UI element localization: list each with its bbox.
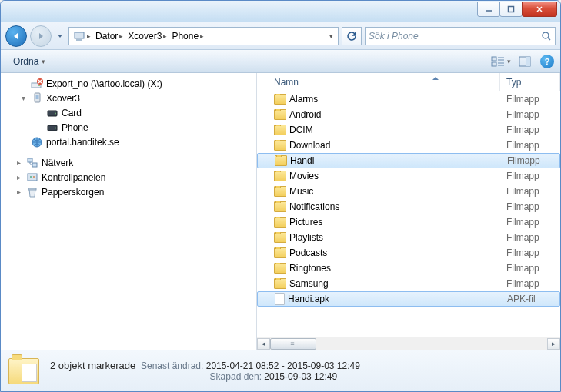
selection-title: 2 objekt markerade: [50, 360, 135, 371]
file-name: Notifications: [289, 201, 339, 212]
file-list-pane: Namn Typ AlarmsFilmappAndroidFilmappDCIM…: [257, 73, 560, 350]
file-row[interactable]: HandiFilmapp: [257, 153, 560, 168]
tree-item[interactable]: portal.handitek.se: [1, 135, 256, 149]
search-input[interactable]: Sök i Phone: [365, 27, 556, 45]
folder-icon: [274, 109, 286, 120]
breadcrumb-computer[interactable]: Dator▸: [93, 28, 125, 45]
history-dropdown[interactable]: [55, 29, 65, 43]
tree-item[interactable]: ▸Kontrollpanelen: [1, 170, 256, 184]
file-name: Alarms: [289, 94, 318, 105]
refresh-button[interactable]: [342, 27, 362, 45]
tree-expander-icon[interactable]: [19, 138, 28, 146]
svg-rect-4: [492, 57, 496, 61]
svg-rect-18: [28, 158, 32, 162]
view-mode-button[interactable]: ▾: [490, 53, 512, 70]
created-value: 2015-09-03 12:49: [264, 371, 337, 382]
file-row[interactable]: NotificationsFilmapp: [257, 199, 560, 214]
file-row[interactable]: AndroidFilmapp: [257, 107, 560, 122]
tree-item[interactable]: Card: [1, 105, 256, 120]
cell-type: Filmapp: [500, 125, 560, 135]
file-row[interactable]: MusicFilmapp: [257, 184, 560, 199]
tree-icon: [46, 121, 58, 134]
file-row[interactable]: DCIMFilmapp: [257, 122, 560, 138]
tree-item[interactable]: Phone: [1, 120, 256, 135]
tree-label: Export_no (\\artoo.local) (X:): [46, 78, 162, 89]
file-row[interactable]: Handi.apkAPK-fil: [257, 291, 560, 307]
cell-type: Filmapp: [500, 186, 560, 197]
file-row[interactable]: AlarmsFilmapp: [257, 91, 560, 107]
tree-expander-icon[interactable]: ▸: [15, 173, 23, 181]
file-row[interactable]: PlaylistsFilmapp: [257, 230, 560, 245]
tree-item[interactable]: ▾Xcover3: [1, 91, 256, 105]
cell-type: Filmapp: [500, 109, 560, 120]
scroll-thumb[interactable]: ≡: [270, 338, 316, 350]
tree-label: Card: [62, 108, 82, 118]
file-icon: [275, 293, 285, 305]
cell-type: Filmapp: [500, 247, 560, 258]
column-headers[interactable]: Namn Typ: [257, 73, 560, 91]
breadcrumb-pc-icon[interactable]: ▸: [71, 28, 93, 45]
file-name: Handi.apk: [288, 294, 329, 304]
back-button[interactable]: [5, 25, 27, 47]
file-row[interactable]: PicturesFilmapp: [257, 214, 560, 230]
cell-type: Filmapp: [500, 201, 560, 212]
svg-rect-19: [32, 163, 37, 167]
breadcrumb-dropdown-icon[interactable]: ▾: [326, 32, 336, 40]
breadcrumb-bar[interactable]: ▸ Dator▸ Xcover3▸ Phone▸ ▾: [68, 27, 339, 45]
file-name: Samsung: [289, 278, 329, 289]
cell-name: Pictures: [257, 217, 500, 228]
file-rows[interactable]: AlarmsFilmappAndroidFilmappDCIMFilmappDo…: [257, 91, 560, 337]
folder-icon: [275, 155, 287, 166]
maximize-button[interactable]: [499, 2, 523, 17]
svg-point-16: [55, 127, 56, 128]
folder-icon: [274, 171, 286, 181]
navbar: ▸ Dator▸ Xcover3▸ Phone▸ ▾ Sök i Phone: [1, 22, 560, 50]
tree-icon: [26, 157, 38, 169]
tree-item[interactable]: Export_no (\\artoo.local) (X:): [1, 76, 256, 91]
tree-icon: [31, 136, 43, 148]
column-type-label: Typ: [506, 77, 521, 88]
folder-icon: [274, 247, 286, 258]
file-name: Playlists: [289, 232, 323, 243]
file-row[interactable]: DownloadFilmapp: [257, 138, 560, 153]
organize-button[interactable]: Ordna ▾: [7, 54, 52, 69]
file-row[interactable]: RingtonesFilmapp: [257, 261, 560, 276]
tree-item[interactable]: ▸Papperskorgen: [1, 184, 256, 199]
file-name: DCIM: [289, 125, 313, 135]
tree-icon: [26, 171, 38, 184]
tree-expander-icon[interactable]: ▾: [19, 94, 28, 102]
tree-expander-icon[interactable]: [19, 79, 28, 88]
forward-button[interactable]: [30, 25, 52, 47]
cell-type: Filmapp: [500, 263, 560, 274]
file-row[interactable]: MoviesFilmapp: [257, 168, 560, 184]
file-row[interactable]: PodcastsFilmapp: [257, 245, 560, 261]
tree-expander-icon[interactable]: ▸: [15, 188, 23, 196]
close-button[interactable]: [522, 2, 557, 17]
column-type[interactable]: Typ: [500, 73, 560, 91]
breadcrumb-device[interactable]: Xcover3▸: [125, 28, 169, 45]
tree-expander-icon[interactable]: [35, 123, 43, 131]
scroll-left-icon[interactable]: ◂: [257, 338, 270, 350]
scroll-right-icon[interactable]: ▸: [547, 338, 560, 350]
horizontal-scrollbar[interactable]: ◂ ≡ ▸: [257, 337, 560, 350]
cell-name: Handi: [258, 155, 501, 166]
tree-expander-icon[interactable]: [35, 108, 43, 117]
tree-expander-icon[interactable]: ▸: [15, 158, 23, 167]
help-button[interactable]: ?: [540, 55, 554, 68]
created-label: Skapad den:: [50, 371, 262, 382]
folder-icon: [274, 263, 286, 274]
cell-name: Alarms: [257, 94, 500, 105]
cell-name: Playlists: [257, 232, 500, 243]
preview-pane-button[interactable]: [514, 53, 536, 70]
cell-type: Filmapp: [500, 217, 560, 228]
file-row[interactable]: SamsungFilmapp: [257, 276, 560, 291]
titlebar[interactable]: [1, 1, 560, 22]
tree-item[interactable]: ▸Nätverk: [1, 155, 256, 170]
breadcrumb-folder[interactable]: Phone▸: [169, 28, 206, 45]
minimize-button[interactable]: [477, 2, 500, 17]
tree-label: Phone: [62, 122, 88, 133]
column-name[interactable]: Namn: [257, 73, 500, 91]
tree-label: Papperskorgen: [42, 187, 104, 198]
navigation-tree[interactable]: Export_no (\\artoo.local) (X:)▾Xcover3Ca…: [1, 73, 257, 350]
folder-icon: [274, 94, 286, 105]
